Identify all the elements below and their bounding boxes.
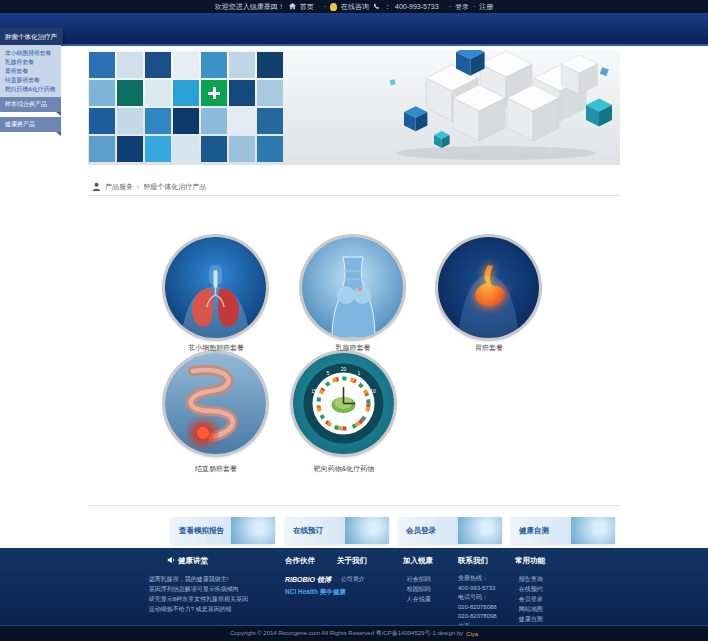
mosaic-tile	[117, 80, 143, 106]
qq-icon	[330, 3, 337, 11]
contact-phone-number: 020-82078088	[458, 603, 497, 613]
product-circle-drug-clock[interactable]: 20151015	[293, 353, 394, 454]
product-caption[interactable]: 非小细胞肺癌套餐	[146, 343, 286, 353]
sidebar-group-health-products[interactable]: 健康类产品	[0, 117, 61, 132]
footer-link-online-booking[interactable]: 在线预约	[515, 584, 545, 594]
home-icon	[289, 3, 296, 10]
mosaic-tile	[257, 80, 283, 106]
promo-card-view-report[interactable]: 查看模拟报告	[171, 517, 275, 544]
footer-col-title: 关于我们	[337, 556, 367, 566]
footer-col-title: 健康讲堂	[167, 556, 248, 566]
promo-photo	[571, 517, 615, 544]
breadcrumb: 产品服务 › 肿瘤个体化治疗产品	[88, 179, 620, 196]
mosaic-tile	[257, 108, 283, 134]
dot-sep: ·	[324, 3, 326, 10]
sidebar-item-breast-cancer[interactable]: 乳腺癌套餐	[5, 58, 61, 67]
sidebar-item-colorectal-cancer[interactable]: 结直肠癌套餐	[5, 76, 61, 85]
mosaic-tile	[229, 136, 255, 162]
footer-link-member-login[interactable]: 会员登录	[515, 594, 545, 604]
lung-image	[165, 237, 266, 338]
online-service-link[interactable]: 在线咨询	[341, 2, 369, 12]
footer-link-article[interactable]: 远离乳腺癌，我的健康我做主!	[145, 574, 248, 584]
page: { "topbar": { "welcome": "欢迎您进入锐康基因！", "…	[0, 0, 708, 641]
footer-col-title: 联系我们	[458, 556, 497, 566]
footer: 健康讲堂 远离乳腺癌，我的健康我做主! 基因序列信息解读可显示疾病倾向 研究显示…	[0, 548, 708, 625]
mosaic-tile	[201, 108, 227, 134]
phone-sep: ：	[384, 2, 391, 12]
footer-link-article[interactable]: 运动锻炼不给力? 或是基因的错	[145, 604, 248, 614]
register-link[interactable]: 注册	[479, 2, 493, 12]
drug-clock-image: 20151015	[293, 353, 394, 454]
contact-phone-number: 020-82078098	[458, 612, 497, 622]
mosaic-tile	[173, 136, 199, 162]
contact-phone-label: 电话号码：	[458, 593, 497, 603]
footer-link-life-at-ricon[interactable]: 人在锐康	[403, 594, 433, 604]
footer-col-title: 常用功能	[515, 556, 545, 566]
footer-link-article[interactable]: 基因序列信息解读可显示疾病倾向	[145, 584, 248, 594]
promo-label: 查看模拟报告	[171, 526, 231, 536]
footer-link-sitemap[interactable]: 网站地图	[515, 604, 545, 614]
promo-photo	[231, 517, 275, 544]
mosaic-tile	[117, 136, 143, 162]
hotline-number: 400-993-5733	[395, 3, 439, 10]
footer-link-campus-recruit[interactable]: 校园招聘	[403, 584, 433, 594]
login-link[interactable]: 登录	[455, 2, 469, 12]
product-caption[interactable]: 结直肠癌套餐	[146, 464, 286, 474]
sidebar-group-sample-products[interactable]: 样本综合类产品	[0, 97, 61, 112]
footer-link-company-profile[interactable]: 公司简介	[337, 574, 367, 584]
mosaic-tile	[173, 52, 199, 78]
breadcrumb-section[interactable]: 产品服务	[105, 182, 133, 192]
mosaic-tile	[117, 108, 143, 134]
product-caption[interactable]: 乳腺癌套餐	[283, 343, 423, 353]
copyright-text: Copyright © 2014 Ricongene.com All Right…	[230, 629, 463, 638]
promo-label: 健康自测	[511, 526, 571, 536]
mosaic-tile	[145, 52, 171, 78]
copyright-bar: Copyright © 2014 Ricongene.com All Right…	[0, 625, 708, 641]
promo-label: 会员登录	[398, 526, 458, 536]
sidebar-item-gastric-cancer[interactable]: 胃癌套餐	[5, 67, 61, 76]
promo-label: 在线预订	[285, 526, 345, 536]
designer-link[interactable]: Ciya	[466, 631, 478, 637]
mosaic-tile	[173, 108, 199, 134]
footer-col-title: 加入锐康	[403, 556, 433, 566]
mosaic-tile	[89, 136, 115, 162]
footer-link-report-query[interactable]: 报告查询	[515, 574, 545, 584]
hero-banner	[88, 50, 620, 165]
mosaic-tile	[89, 108, 115, 134]
product-circle-lung[interactable]	[165, 237, 266, 338]
footer-col-join: 加入锐康 社会招聘 校园招聘 人在锐康	[403, 556, 433, 604]
mosaic-tile	[229, 52, 255, 78]
main-navbar	[0, 13, 708, 46]
sidebar-item-nsclc[interactable]: 非小细胞肺癌套餐	[5, 49, 61, 58]
dot-sep: ·	[449, 3, 451, 10]
mosaic-tile	[257, 52, 283, 78]
product-circle-stomach[interactable]	[438, 237, 539, 338]
mosaic-tile	[145, 80, 171, 106]
svg-text:1: 1	[358, 370, 361, 376]
breadcrumb-separator: ›	[137, 184, 139, 191]
stomach-image	[438, 237, 539, 338]
mosaic-tile	[89, 80, 115, 106]
promo-card-member-login[interactable]: 会员登录	[398, 517, 502, 544]
footer-link-article[interactable]: 研究显示8种东亚女性乳腺癌相关基因	[145, 594, 248, 604]
footer-col-contact: 联系我们 免费热线： 400-993-5733 电话号码： 020-820780…	[458, 556, 497, 631]
footer-link-social-recruit[interactable]: 社会招聘	[403, 574, 433, 584]
product-caption[interactable]: 胃癌套餐	[419, 343, 559, 353]
promo-photo	[458, 517, 502, 544]
sidebar-panel: 非小细胞肺癌套餐 乳腺癌套餐 胃癌套餐 结直肠癌套餐 靶向药物&化疗药物	[0, 45, 61, 98]
promo-card-health-selftest[interactable]: 健康自测	[511, 517, 615, 544]
svg-text:10: 10	[370, 388, 376, 394]
home-link[interactable]: 首页	[300, 2, 314, 12]
footer-link-health-selftest[interactable]: 健康自测	[515, 614, 545, 624]
partner-logo-nci-health[interactable]: NCI Health 美中健康	[285, 586, 346, 598]
sidebar-item-targeted-drugs[interactable]: 靶向药物&化疗药物	[5, 85, 61, 94]
promo-card-online-booking[interactable]: 在线预订	[285, 517, 389, 544]
svg-text:20: 20	[341, 366, 347, 372]
sidebar-header-tumor-products[interactable]: 肿瘤个体化治疗产品	[0, 28, 63, 45]
product-caption[interactable]: 靶向药物&化疗药物	[274, 464, 414, 474]
product-circle-breast[interactable]	[302, 237, 403, 338]
product-circle-intestine[interactable]	[165, 353, 266, 454]
footer-col-about: 关于我们 公司简介	[337, 556, 367, 584]
mosaic-tile	[117, 52, 143, 78]
svg-text:15: 15	[311, 388, 317, 394]
